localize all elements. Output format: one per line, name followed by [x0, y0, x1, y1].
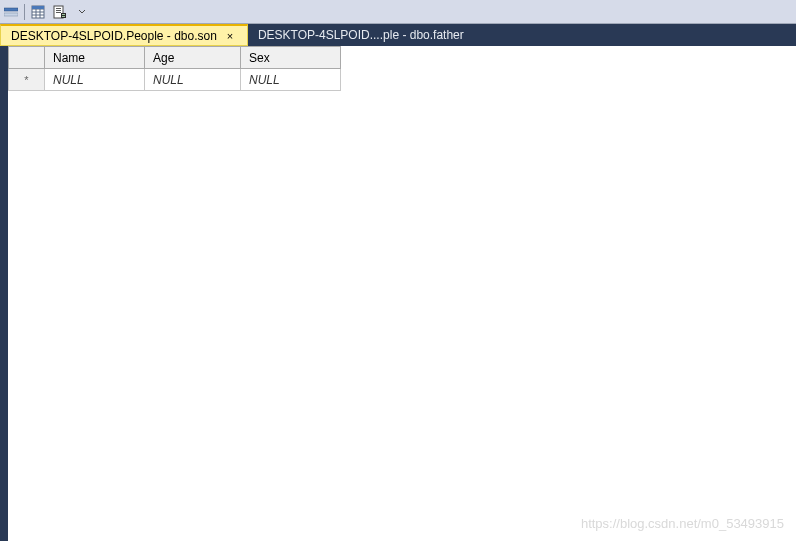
- column-header-age[interactable]: Age: [145, 47, 241, 69]
- toolbar-separator: [24, 4, 25, 20]
- cell-age[interactable]: NULL: [145, 69, 241, 91]
- data-grid[interactable]: Name Age Sex * NULL NULL NULL: [8, 46, 341, 91]
- svg-rect-11: [56, 10, 61, 11]
- tab-dbo-son[interactable]: DESKTOP-4SLPOID.People - dbo.son ×: [0, 24, 248, 46]
- close-icon[interactable]: ×: [223, 29, 237, 43]
- new-row-marker: *: [24, 74, 28, 86]
- row-icon[interactable]: [2, 3, 20, 21]
- table-row[interactable]: * NULL NULL NULL: [9, 69, 341, 91]
- script-icon[interactable]: [51, 3, 69, 21]
- svg-rect-8: [32, 6, 44, 9]
- tab-label: DESKTOP-4SLPOID.People - dbo.son: [11, 29, 217, 43]
- cell-sex[interactable]: NULL: [241, 69, 341, 91]
- left-gutter: [0, 46, 8, 541]
- svg-rect-0: [4, 8, 18, 11]
- svg-rect-1: [4, 13, 18, 16]
- svg-rect-14: [62, 14, 65, 15]
- grid-area: Name Age Sex * NULL NULL NULL https://bl…: [8, 46, 796, 541]
- svg-rect-12: [56, 12, 61, 13]
- svg-rect-13: [61, 13, 66, 18]
- column-header-name[interactable]: Name: [45, 47, 145, 69]
- row-header-corner[interactable]: [9, 47, 45, 69]
- cell-name[interactable]: NULL: [45, 69, 145, 91]
- tab-dbo-father[interactable]: DESKTOP-4SLPOID....ple - dbo.father: [248, 24, 474, 46]
- null-value: NULL: [153, 73, 184, 87]
- toolbar: [0, 0, 796, 24]
- column-header-sex[interactable]: Sex: [241, 47, 341, 69]
- tab-label: DESKTOP-4SLPOID....ple - dbo.father: [258, 28, 464, 42]
- row-selector[interactable]: *: [9, 69, 45, 91]
- svg-rect-15: [62, 16, 65, 17]
- null-value: NULL: [53, 73, 84, 87]
- table-icon[interactable]: [29, 3, 47, 21]
- dropdown-arrow-icon[interactable]: [73, 3, 91, 21]
- tab-strip: DESKTOP-4SLPOID.People - dbo.son × DESKT…: [0, 24, 796, 46]
- header-row: Name Age Sex: [9, 47, 341, 69]
- content-area: Name Age Sex * NULL NULL NULL https://bl…: [0, 46, 796, 541]
- null-value: NULL: [249, 73, 280, 87]
- watermark: https://blog.csdn.net/m0_53493915: [581, 516, 784, 531]
- svg-rect-10: [56, 8, 61, 9]
